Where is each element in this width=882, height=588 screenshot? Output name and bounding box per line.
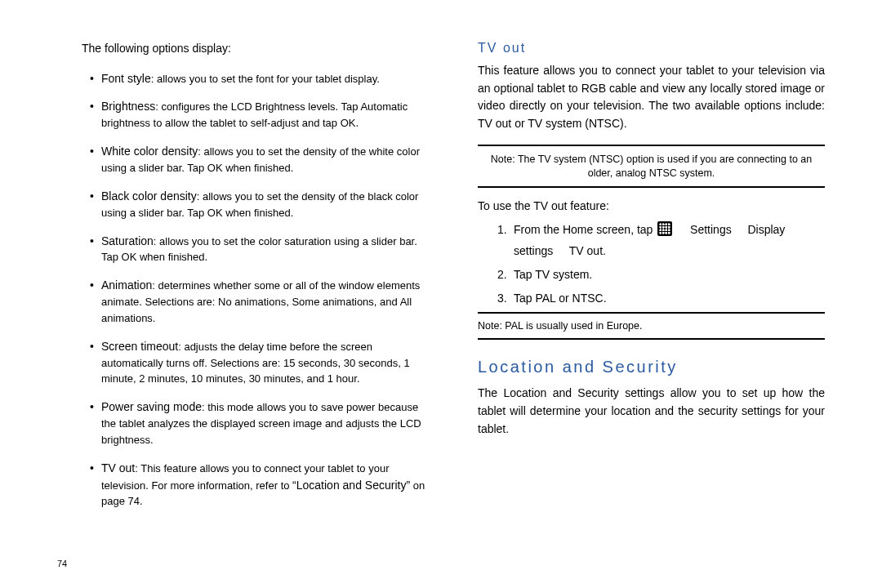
option-title: Animation xyxy=(101,278,152,292)
cross-ref: “Location and Security” xyxy=(292,479,410,492)
divider xyxy=(478,145,825,146)
steps-list: From the Home screen, tap Settings Displ… xyxy=(478,219,825,309)
tv-out-heading: TV out xyxy=(478,41,825,56)
note-ntsc: Note: The TV system (NTSC) option is use… xyxy=(478,153,825,181)
option-title: Font style xyxy=(101,72,151,85)
step-3: Tap PAL or NTSC. xyxy=(497,287,825,310)
option-tv-out: TV out: This feature allows you to conne… xyxy=(90,460,429,510)
note-label: Note: xyxy=(491,154,515,165)
step-ntsc: NTSC xyxy=(572,292,604,305)
option-body: : allows you to set the font for your ta… xyxy=(151,73,380,85)
divider xyxy=(478,338,825,340)
option-black-density: Black color density: allows you to set t… xyxy=(90,188,429,221)
tv-out-paragraph: This feature allows you to connect your … xyxy=(478,62,825,133)
divider xyxy=(478,186,825,188)
note-body: The TV system (NTSC) option is used if y… xyxy=(518,154,812,180)
option-white-density: White color density: allows you to set t… xyxy=(90,143,429,176)
divider xyxy=(478,312,825,314)
option-saturation: Saturation: allows you to set the color … xyxy=(90,233,429,266)
option-brightness: Brightness: configures the LCD Brightnes… xyxy=(90,98,429,131)
left-column: The following options display: Font styl… xyxy=(33,41,437,564)
option-font-style: Font style: allows you to set the font f… xyxy=(90,70,429,87)
step-mid: or xyxy=(555,292,572,305)
step-tvout: TV out xyxy=(569,244,603,257)
page-number: 74 xyxy=(57,559,67,568)
step-text: Tap xyxy=(514,268,535,281)
option-title: TV out xyxy=(101,461,135,474)
step-2: Tap TV system. xyxy=(497,264,825,286)
option-animation: Animation: determines whether some or al… xyxy=(90,277,429,327)
step-tv-system: TV system xyxy=(535,268,589,281)
steps-lead: To use the TV out feature: xyxy=(478,199,825,212)
location-security-paragraph: The Location and Security settings allow… xyxy=(478,385,825,438)
step-pal: PAL xyxy=(535,292,555,305)
right-column: TV out This feature allows you to connec… xyxy=(478,41,849,564)
step-1: From the Home screen, tap Settings Displ… xyxy=(497,219,825,262)
option-title: Black color density xyxy=(101,189,197,203)
option-title: Power saving mode xyxy=(101,400,202,413)
location-security-heading: Location and Security xyxy=(478,358,825,376)
note-pal: Note: PAL is usually used in Europe. xyxy=(478,320,825,332)
step-settings: Settings xyxy=(690,223,732,236)
options-list: Font style: allows you to set the font f… xyxy=(82,70,429,510)
step-text: Tap xyxy=(514,292,535,305)
option-power-saving: Power saving mode: this mode allows you … xyxy=(90,399,429,448)
apps-grid-icon xyxy=(657,221,672,236)
step-text: From the Home screen, tap xyxy=(514,223,656,236)
intro-text: The following options display: xyxy=(82,41,429,57)
option-screen-timeout: Screen timeout: adjusts the delay time b… xyxy=(90,338,429,388)
option-title: Saturation xyxy=(101,234,154,247)
option-title: Screen timeout xyxy=(101,340,178,353)
option-title: Brightness xyxy=(101,100,155,113)
option-title: White color density xyxy=(101,145,198,158)
